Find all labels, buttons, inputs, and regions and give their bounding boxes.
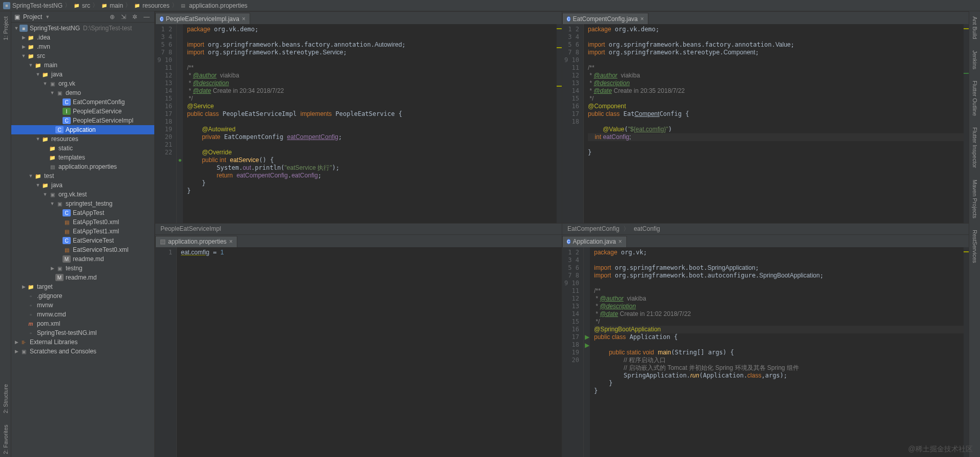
project-sidebar: ▣ Project ▼ ⊕ ⇲ ✲ — ▼■SpringTest-testNGD… [11,11,155,457]
editor-tabs: C Application.java × [562,235,969,247]
tree-item[interactable]: ▼▣org.vk [11,79,154,88]
gutter: 1 2 3 4 5 6 7 8 9 10 11 12 13 14 15 16 1… [155,24,177,223]
editor-tabs: C PeopleEatServiceImpl.java × [155,12,562,24]
tab-application-properties[interactable]: ▤ application.properties × [155,236,237,247]
close-icon[interactable]: × [229,238,233,245]
nav-item[interactable]: resources [142,2,170,9]
tree-item[interactable]: CApplication [11,125,154,134]
tree-item[interactable]: mpom.xml [11,319,154,328]
properties-icon: ▤ [160,238,166,245]
tool-tab-ant[interactable]: Ant Build [971,13,979,42]
tree-item[interactable]: ▶📁.idea [11,33,154,42]
tree-item[interactable]: ▫mvnw [11,301,154,310]
left-tool-bar: 1: Project 2: Structure 2: Favorites [0,11,11,457]
tree-item[interactable]: ▼▣demo [11,88,154,97]
editor-bottom-left: ▤ application.properties × 1 eat.comfig … [155,234,562,458]
class-icon: C [160,16,164,22]
tree-item[interactable]: Mreadme.md [11,254,154,264]
properties-icon: ▤ [180,2,187,9]
sidebar-title-icon: ▣ [14,13,20,21]
tree-item[interactable]: ▼📁src [11,51,154,61]
tree-item[interactable]: IPeopleEatService [11,107,154,116]
tree-item[interactable]: ▼📁test [11,171,154,181]
tool-tab-jenkins[interactable]: Jenkins [971,47,979,72]
breadcrumb: EatCompentConfig 〉 eatConfig [562,223,969,234]
tree-item[interactable]: ▼▣springtest_testng [11,199,154,208]
nav-item[interactable]: application.properties [189,2,248,9]
tree-item[interactable]: ▤application.properties [11,162,154,171]
editor-bottom-right: C Application.java × 1 2 3 4 5 6 7 8 9 1… [562,234,969,458]
nav-item[interactable]: SpringTest-testNG [12,2,63,9]
module-icon: ■ [3,2,10,9]
tree-item[interactable]: CEatAppTest [11,208,154,217]
hide-button[interactable]: — [142,13,151,21]
tool-tab-flutter-inspector[interactable]: Flutter Inspector [971,124,979,171]
tree-item[interactable]: Mreadme.md [11,273,154,282]
close-icon[interactable]: × [640,15,644,23]
watermark: @稀土掘金技术社区 [908,445,973,454]
locate-button[interactable]: ⊕ [108,13,116,21]
editor-tabs: ▤ application.properties × [155,235,562,247]
tool-tab-project[interactable]: 1: Project [2,13,10,43]
tree-item[interactable]: ▤EatAppTest1.xml [11,227,154,236]
project-tree[interactable]: ▼■SpringTest-testNGD:\SpringTest-test▶📁.… [11,23,154,457]
tree-item[interactable]: 📁templates [11,153,154,162]
tree-item[interactable]: ▶📁target [11,282,154,291]
tab-label: Application.java [573,238,616,245]
crumb-item[interactable]: eatConfig [634,225,660,232]
tree-item[interactable]: ▼📁java [11,181,154,190]
nav-item[interactable]: src [82,2,90,9]
tree-item[interactable]: ▤EatAppTest0.xml [11,217,154,227]
tab-application[interactable]: C Application.java × [562,236,627,247]
tree-item[interactable]: ▼📁resources [11,134,154,144]
scroll-indicator [964,24,969,223]
crumb-item[interactable]: EatCompentConfig [567,225,619,232]
editor-tabs: C EatCompentConfig.java × [562,12,969,24]
tree-item[interactable]: ▼📁java [11,70,154,79]
tree-item[interactable]: ▫.gitignore [11,291,154,301]
collapse-button[interactable]: ⇲ [119,13,128,21]
code-editor[interactable]: eat.comfig = 1 [177,247,562,458]
tab-people-eat-service-impl[interactable]: C PeopleEatServiceImpl.java × [155,13,250,24]
tree-item[interactable]: ▼▣org.vk.test [11,190,154,199]
code-editor[interactable]: package org.vk.demo; import org.springfr… [584,24,969,223]
folder-icon: 📁 [73,2,80,9]
close-icon[interactable]: × [242,15,246,23]
editor-top-left: C PeopleEatServiceImpl.java × 1 2 3 4 5 … [155,11,562,234]
tool-tab-favorites[interactable]: 2: Favorites [2,422,10,457]
tab-label: PeopleEatServiceImpl.java [166,15,239,23]
nav-path: ■ SpringTest-testNG〉 📁 src〉 📁 main〉 📁 re… [0,0,980,11]
class-icon: C [567,16,570,22]
tool-tab-rest[interactable]: RestServices [971,227,979,266]
code-editor[interactable]: package org.vk; import org.springframewo… [590,247,969,458]
class-icon: C [567,239,570,244]
tree-item[interactable]: ▼📁main [11,61,154,70]
tab-eat-compent-config[interactable]: C EatCompentConfig.java × [562,13,648,24]
sidebar-header: ▣ Project ▼ ⊕ ⇲ ✲ — [11,11,154,23]
code-editor[interactable]: package org.vk.demo; import org.springfr… [183,24,562,223]
tree-item[interactable]: ▼■SpringTest-testNGD:\SpringTest-test [11,24,154,33]
tree-item[interactable]: CEatServiceTest [11,236,154,245]
gutter-marks: ● [177,24,183,223]
settings-button[interactable]: ✲ [131,13,139,21]
tree-item[interactable]: ▤EatServiceTest0.xml [11,245,154,254]
tool-tab-maven[interactable]: Maven Projects [971,176,979,222]
nav-item[interactable]: main [110,2,123,9]
tree-item[interactable]: ▫SpringTest-testNG.iml [11,328,154,337]
tool-tab-flutter-outline[interactable]: Flutter Outline [971,77,979,119]
tree-item[interactable]: ▫mvnw.cmd [11,310,154,319]
tree-item[interactable]: CEatCompentConfig [11,97,154,107]
close-icon[interactable]: × [619,238,622,245]
breadcrumb: PeopleEatServiceImpl [155,223,562,234]
tree-item[interactable]: ▶▣Scratches and Consoles [11,347,154,356]
tree-item[interactable]: CPeopleEatServiceImpl [11,116,154,125]
gutter: 1 [155,247,177,458]
tree-item[interactable]: ▶⊪External Libraries [11,337,154,347]
tree-item[interactable]: ▶📁.mvn [11,42,154,51]
tree-item[interactable]: ▶▣testng [11,264,154,273]
crumb-item[interactable]: PeopleEatServiceImpl [160,225,221,232]
gutter: 1 2 3 4 5 6 7 8 9 10 11 12 13 14 15 16 1… [562,24,584,223]
sidebar-title: Project [23,13,42,21]
tree-item[interactable]: 📁static [11,144,154,153]
tool-tab-structure[interactable]: 2: Structure [2,381,10,416]
